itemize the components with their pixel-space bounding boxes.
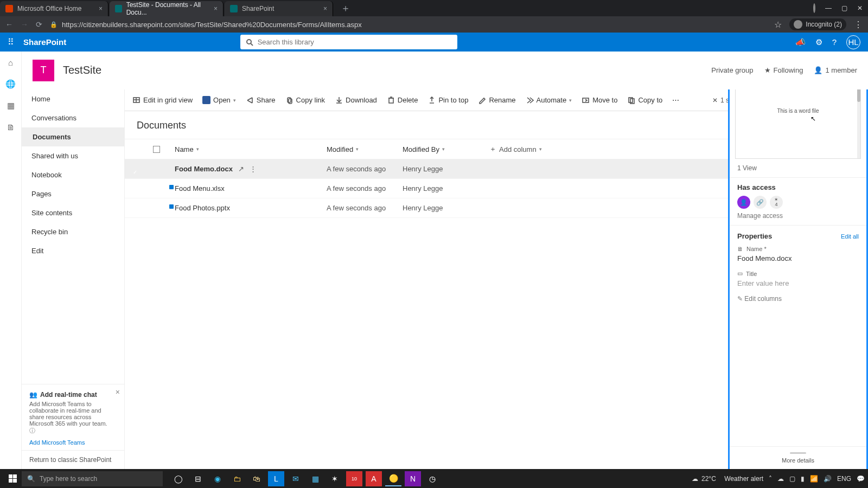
app-launcher-icon[interactable]: ⠿ [8,37,14,47]
teams-promo-close-icon[interactable]: × [116,388,120,396]
download-button[interactable]: Download [335,96,377,104]
delete-button[interactable]: Delete [387,96,418,104]
window-maximize[interactable]: ▢ [841,4,847,12]
edit-columns-link[interactable]: ✎ Edit columns [737,295,782,303]
access-group-icon[interactable]: ✶4 [770,196,783,209]
acrobat-icon[interactable]: A [366,471,382,486]
app-icon-blue[interactable]: L [268,471,284,486]
meet-now-icon[interactable]: ▢ [789,475,795,483]
nav-back-icon[interactable]: ← [5,20,13,29]
file-name[interactable]: Food Memo.docx [175,165,233,173]
files-rail-icon[interactable]: 🗎 [7,123,15,132]
calculator-icon[interactable]: ▦ [307,471,323,486]
address-url[interactable]: https://citizenbuilders.sharepoint.com/s… [62,21,362,29]
tray-chevron-icon[interactable]: ˄ [769,475,772,483]
chrome-menu-icon[interactable]: ⋮ [854,20,863,30]
browser-tab[interactable]: Microsoft Office Home× [0,1,108,16]
explorer-icon[interactable]: 🗀 [229,471,245,486]
language-indicator[interactable]: ENG [837,475,851,483]
start-button[interactable] [3,474,22,483]
window-minimize[interactable]: ― [825,4,832,12]
tab-close-icon[interactable]: × [323,5,327,12]
nav-item-edit[interactable]: Edit [22,241,124,260]
mail-icon[interactable]: ✉ [288,471,304,486]
cortana-icon[interactable]: ⊟ [190,471,206,486]
add-column-button[interactable]: ＋ Add column ▾ [489,144,598,154]
nav-item-documents[interactable]: Documents [22,127,124,146]
overflow-button[interactable]: ⋯ [672,96,679,104]
notifications-tray-icon[interactable]: 💬 [857,475,865,483]
bookmark-star-icon[interactable]: ☆ [774,20,782,30]
suite-product-name[interactable]: SharePoint [23,37,66,47]
access-link-icon[interactable]: 🔗 [754,196,767,209]
news-rail-icon[interactable]: ▦ [7,101,15,111]
nav-reload-icon[interactable]: ⟳ [36,20,42,29]
megaphone-icon[interactable]: 📣 [795,37,806,47]
column-header-type[interactable] [153,146,175,153]
clock-icon[interactable]: ◷ [424,471,441,486]
file-preview[interactable]: This is a word file ↖ [735,78,861,159]
app-icon-red[interactable]: 10 [346,471,362,486]
open-button[interactable]: Open ▾ [202,96,236,104]
volume-tray-icon[interactable]: 🔊 [824,475,832,483]
home-rail-icon[interactable]: ⌂ [8,58,13,67]
nav-item-site-contents[interactable]: Site contents [22,203,124,222]
chrome-icon[interactable]: 🟡 [385,471,401,486]
nav-item-shared-with-us[interactable]: Shared with us [22,146,124,165]
manage-access-link[interactable]: Manage access [737,212,783,220]
members-button[interactable]: 👤 1 member [814,66,857,74]
weather-widget[interactable]: ☁ 22°C Weather alert [692,475,763,483]
row-menu-icon[interactable]: ⋮ [250,165,257,173]
moveto-button[interactable]: Move to [582,96,617,104]
new-tab-button[interactable]: ＋ [334,2,357,15]
copyto-button[interactable]: Copy to [627,96,662,104]
nav-item-recycle-bin[interactable]: Recycle bin [22,222,124,241]
taskbar-search[interactable]: 🔍 Type here to search [22,471,163,486]
share-button[interactable]: Share [246,96,276,104]
edge-icon[interactable]: ◉ [209,471,226,486]
column-header-modifiedby[interactable]: Modified By ▾ [403,145,489,153]
file-name[interactable]: Food Menu.xlsx [175,184,225,192]
return-classic-link[interactable]: Return to classic SharePoint [22,450,124,469]
settings-gear-icon[interactable]: ⚙ [815,37,822,47]
help-icon[interactable]: ? [832,37,837,47]
site-name[interactable]: TestSite [63,64,101,76]
browser-tab[interactable]: TestSite - Documents - All Docu...× [110,1,224,16]
nav-item-notebook[interactable]: Notebook [22,165,124,184]
incognito-indicator[interactable]: Incognito (2) [789,18,846,30]
following-button[interactable]: ★ Following [764,66,803,74]
app-icon-dark[interactable]: ✶ [327,471,343,486]
search-input[interactable] [258,38,452,46]
property-name-value[interactable]: Food Memo.docx [737,254,859,262]
task-view-icon[interactable]: ◯ [170,471,187,486]
nav-item-home[interactable]: Home [22,89,124,108]
search-box[interactable] [240,35,457,49]
nav-item-conversations[interactable]: Conversations [22,108,124,127]
pin-button[interactable]: Pin to top [427,96,468,104]
edit-all-link[interactable]: Edit all [841,233,859,240]
copylink-button[interactable]: Copy link [285,96,325,104]
resize-grip-icon[interactable] [790,452,806,454]
globe-rail-icon[interactable]: 🌐 [5,79,16,89]
chrome-account-icon[interactable] [813,4,815,12]
access-user-avatar[interactable]: 👤 [737,196,750,209]
add-teams-link[interactable]: Add Microsoft Teams [29,439,117,446]
share-row-icon[interactable]: ↗ [238,165,244,173]
column-header-modified[interactable]: Modified ▾ [327,145,403,153]
property-title-value[interactable]: Enter value here [737,279,859,287]
onenote-icon[interactable]: N [405,471,421,486]
nav-item-pages[interactable]: Pages [22,184,124,203]
store-icon[interactable]: 🛍 [248,471,265,486]
file-name[interactable]: Food Photos.pptx [175,204,230,212]
site-logo[interactable]: T [33,60,54,81]
tab-close-icon[interactable]: × [214,5,218,12]
user-avatar[interactable]: HL [846,35,860,49]
onedrive-tray-icon[interactable]: ☁ [777,475,784,483]
nav-forward-icon[interactable]: → [21,20,28,29]
wifi-tray-icon[interactable]: 📶 [810,475,818,483]
rename-button[interactable]: Rename [478,96,515,104]
edit-grid-button[interactable]: Edit in grid view [132,96,193,104]
tab-close-icon[interactable]: × [99,5,103,12]
battery-tray-icon[interactable]: ▮ [801,475,805,483]
info-icon[interactable]: ⓘ [29,427,35,434]
